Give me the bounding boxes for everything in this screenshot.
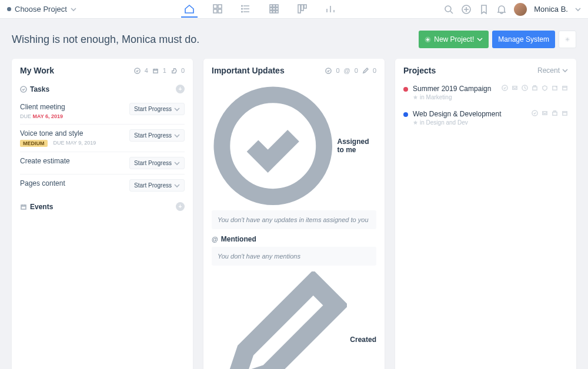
chevron-down-icon: [174, 106, 180, 112]
card-body: Tasks + Client meetingDUE MAY 6, 2019Sta…: [12, 81, 193, 369]
events-label: Events: [30, 203, 53, 211]
at-icon: @: [212, 236, 218, 243]
project-item[interactable]: Web Design & Development in Design and D…: [403, 106, 568, 132]
manage-system-label: Manage System: [498, 35, 549, 43]
task-item[interactable]: Client meetingDUE MAY 6, 2019Start Progr…: [20, 98, 185, 124]
svg-rect-1: [218, 5, 222, 8]
bookmark-icon[interactable]: [479, 4, 489, 15]
star-icon: [413, 95, 418, 100]
pencil-icon: [362, 68, 369, 74]
manage-system-button[interactable]: Manage System: [492, 31, 555, 48]
card-header: My Work 4 1 0: [12, 59, 193, 81]
greeting: Wishing is not enough, Monica must do.: [12, 33, 199, 46]
svg-point-6: [242, 11, 243, 12]
start-progress-button[interactable]: Start Progress: [129, 157, 185, 169]
search-icon[interactable]: [443, 4, 454, 15]
update-head[interactable]: @Mentioned: [212, 235, 376, 243]
task-item[interactable]: Create estimateStart Progress: [20, 152, 185, 174]
add-event-button[interactable]: +: [176, 202, 185, 211]
start-progress-button[interactable]: Start Progress: [129, 129, 185, 142]
project-dot-icon: [7, 7, 11, 11]
view-analytics[interactable]: [322, 1, 339, 18]
username: Monica B.: [534, 5, 568, 14]
svg-rect-13: [270, 11, 272, 13]
settings-button[interactable]: [559, 31, 576, 48]
card-title: My Work: [20, 66, 54, 75]
update-head[interactable]: Created: [212, 271, 376, 369]
new-project-label: New Project!: [434, 35, 474, 43]
cards-row: My Work 4 1 0 Tasks + Client meetingDUE …: [12, 59, 576, 369]
due-label: DUE MAY 6, 2019: [20, 113, 63, 119]
svg-rect-35: [563, 112, 567, 115]
plus-icon: [425, 36, 431, 43]
user-menu-chevron-icon[interactable]: [575, 6, 581, 12]
bar-chart-icon: [325, 4, 336, 14]
task-item[interactable]: Pages contentStart Progress: [20, 174, 185, 196]
events-section-head[interactable]: Events +: [20, 202, 185, 211]
start-progress-button[interactable]: Start Progress: [129, 103, 185, 115]
svg-rect-26: [21, 205, 26, 209]
svg-rect-24: [153, 69, 158, 72]
section-label: Mentioned: [221, 235, 256, 243]
svg-rect-10: [270, 8, 272, 10]
view-kanban[interactable]: [294, 1, 310, 18]
project-name: Web Design & Development: [413, 110, 502, 118]
view-grid[interactable]: [266, 1, 282, 18]
card-body: Assigned to meYou don't have any updates…: [203, 81, 385, 369]
avatar[interactable]: [514, 3, 527, 16]
tasks-section-head[interactable]: Tasks +: [20, 85, 185, 93]
project-icons: [532, 110, 568, 116]
card-header: Important Updates 0 @0 0: [203, 59, 385, 81]
view-list[interactable]: [238, 1, 254, 18]
add-task-button[interactable]: +: [176, 85, 185, 93]
header-row: Wishing is not enough, Monica must do. N…: [12, 31, 576, 48]
svg-rect-14: [273, 11, 275, 13]
card-title: Projects: [403, 66, 436, 75]
svg-rect-8: [273, 5, 275, 7]
at-icon: @: [344, 67, 350, 74]
project-chooser[interactable]: Choose Project: [7, 5, 76, 14]
svg-point-22: [567, 39, 569, 41]
svg-rect-11: [273, 8, 275, 10]
svg-rect-33: [563, 86, 567, 90]
home-icon: [184, 4, 195, 14]
project-item[interactable]: Summer 2019 Campaign in Marketing: [403, 81, 568, 106]
project-color-dot: [403, 112, 408, 117]
update-section: CreatedYou don't have any updates in ite…: [212, 271, 376, 369]
svg-rect-15: [276, 11, 278, 13]
section-label: Created: [350, 336, 376, 344]
view-home[interactable]: [181, 1, 198, 18]
projects-sort[interactable]: Recent: [537, 66, 568, 75]
columns-icon: [297, 4, 308, 14]
svg-rect-16: [298, 5, 300, 13]
check-circle-icon: [212, 85, 334, 207]
svg-point-4: [242, 5, 243, 6]
svg-rect-2: [213, 9, 217, 13]
bell-icon[interactable]: [496, 4, 507, 15]
svg-rect-18: [304, 5, 306, 8]
project-chooser-label: Choose Project: [15, 5, 67, 14]
pencil-icon: [212, 271, 347, 369]
tasks-label: Tasks: [30, 85, 49, 93]
project-meta: in Design and Dev: [413, 119, 502, 126]
project-name: Summer 2019 Campaign: [413, 85, 491, 93]
view-switcher: [181, 1, 339, 18]
start-progress-button[interactable]: Start Progress: [129, 179, 185, 192]
empty-message: You don't have any mentions: [212, 247, 376, 266]
new-project-button[interactable]: New Project!: [419, 31, 489, 48]
check-circle-icon: [134, 68, 141, 74]
view-board[interactable]: [209, 1, 226, 18]
plus-circle-icon[interactable]: [461, 4, 472, 15]
calendar-icon: [20, 203, 27, 210]
tasks-list: Client meetingDUE MAY 6, 2019Start Progr…: [20, 98, 185, 196]
priority-badge: MEDIUM: [20, 140, 48, 147]
update-head[interactable]: Assigned to me: [212, 85, 376, 207]
task-item[interactable]: Voice tone and styleMEDIUMDUE MAY 9, 201…: [20, 124, 185, 152]
grid-3x3-icon: [269, 4, 279, 14]
chevron-down-icon: [477, 36, 483, 42]
task-name: Client meeting: [20, 103, 129, 111]
calendar-icon: [152, 68, 159, 74]
due-label: DUE MAY 9, 2019: [54, 140, 96, 147]
task-name: Voice tone and style: [20, 129, 129, 137]
update-section: Assigned to meYou don't have any updates…: [212, 85, 376, 229]
